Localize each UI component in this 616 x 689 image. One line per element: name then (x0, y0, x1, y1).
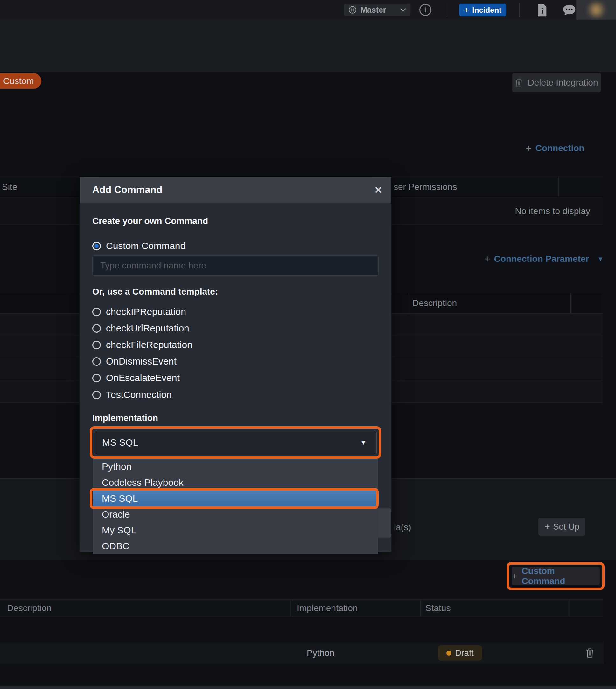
criteria-partial-text: ia(s) (394, 518, 411, 536)
radio-option-label: checkFileReputation (106, 339, 193, 350)
environment-selector[interactable]: Master (344, 4, 411, 16)
chat-icon[interactable] (563, 4, 576, 16)
incident-button-label: Incident (472, 6, 502, 15)
delete-integration-label: Delete Integration (528, 77, 598, 88)
radio-option-label: Custom Command (106, 241, 185, 251)
top-bar: Master i + Incident (0, 0, 616, 20)
template-radio-option[interactable]: TestConnection (92, 389, 172, 400)
custom-command-button[interactable]: + Custom Command (512, 567, 600, 585)
implementation-section-label: Implementation (92, 413, 158, 423)
chevron-down-icon (400, 8, 406, 12)
template-radio-option[interactable]: checkUrlReputation (92, 323, 189, 334)
chevron-down-icon: ▼ (360, 438, 367, 447)
add-connection-parameter-link[interactable]: + Connection Parameter ▼ (484, 252, 603, 265)
radio-option-label: OnEscalateEvent (106, 373, 180, 383)
create-command-section-label: Create your own Command (92, 216, 208, 226)
radio-option-label: OnDismissEvent (106, 356, 177, 367)
status-badge-label: Draft (455, 648, 474, 658)
set-up-button-label: Set Up (553, 522, 579, 532)
connection-parameter-link-label: Connection Parameter (494, 254, 589, 264)
dropdown-option-my-sql[interactable]: My SQL (93, 522, 378, 538)
radio-icon (92, 341, 101, 349)
delete-integration-button[interactable]: Delete Integration (512, 73, 601, 92)
add-connection-link[interactable]: + Connection (526, 142, 585, 155)
radio-option-label: checkUrlReputation (106, 323, 189, 334)
chevron-down-icon: ▼ (597, 255, 603, 263)
topbar-divider (519, 3, 520, 17)
modal-title: Add Command (92, 184, 375, 196)
custom-integration-badge: Custom (0, 73, 41, 89)
radio-icon (92, 374, 101, 382)
plus-icon: + (464, 6, 469, 15)
avatar (585, 1, 608, 19)
radio-icon (92, 391, 101, 399)
command-name-input[interactable] (92, 255, 379, 276)
description-column-header: Description (7, 600, 51, 617)
implementation-column-header: Implementation (297, 600, 358, 617)
topbar-divider (447, 3, 447, 17)
radio-option-label: checkIPReputation (106, 306, 186, 317)
radio-option-label: TestConnection (106, 390, 172, 400)
implementation-select[interactable]: MS SQL ▼ (94, 431, 377, 454)
app-screen: Master i + Incident (0, 0, 616, 689)
status-badge: Draft (438, 645, 482, 661)
template-section-label: Or, use a Command template: (92, 287, 218, 297)
dropdown-option-odbc[interactable]: ODBC (93, 538, 378, 554)
site-column-header: Site (2, 177, 17, 197)
template-radio-option[interactable]: OnDismissEvent (92, 356, 177, 367)
secondary-header-band (0, 20, 616, 71)
info-icon[interactable]: i (419, 4, 432, 16)
close-icon[interactable]: × (375, 184, 382, 196)
table-row (0, 617, 603, 642)
command-implementation-value: Python (307, 642, 334, 664)
globe-icon (348, 6, 357, 14)
template-radio-option[interactable]: checkFileReputation (92, 339, 193, 351)
plus-icon: + (512, 571, 518, 581)
description-column-header: Description (412, 293, 457, 313)
custom-command-radio-option[interactable]: Custom Command (92, 240, 185, 252)
modal-header: Add Command × (80, 177, 391, 203)
connection-link-label: Connection (535, 143, 585, 153)
user-permissions-column-header: ser Permissions (394, 177, 457, 197)
radio-icon (92, 308, 101, 316)
status-column-header: Status (425, 600, 450, 617)
plus-icon: + (484, 254, 490, 264)
radio-icon (92, 357, 101, 366)
plus-icon: + (544, 522, 550, 532)
set-up-button[interactable]: + Set Up (538, 518, 586, 536)
environment-label: Master (360, 5, 386, 15)
trash-icon (515, 78, 523, 87)
dropdown-option-python[interactable]: Python (93, 459, 378, 474)
draft-status-dot (446, 651, 451, 655)
radio-icon (92, 324, 101, 333)
template-radio-option[interactable]: checkIPReputation (92, 306, 186, 317)
add-incident-button[interactable]: + Incident (459, 4, 506, 16)
custom-command-button-label: Custom Command (522, 566, 600, 586)
ms-sql-option-highlight-annotation (90, 488, 379, 509)
bottom-strip (0, 686, 616, 689)
user-avatar[interactable] (576, 0, 616, 20)
plus-icon: + (526, 143, 532, 153)
implementation-select-highlight-annotation: MS SQL ▼ (90, 426, 381, 459)
radio-selected-icon (92, 242, 101, 250)
implementation-selected-value: MS SQL (102, 437, 360, 448)
document-info-icon[interactable] (536, 4, 548, 17)
command-table-row[interactable]: Python Draft (0, 642, 603, 664)
delete-command-icon[interactable] (586, 648, 594, 658)
template-radio-option[interactable]: OnEscalateEvent (92, 372, 180, 384)
commands-table-header: Description Implementation Status (0, 599, 603, 617)
no-items-text: No items to display (515, 206, 590, 216)
